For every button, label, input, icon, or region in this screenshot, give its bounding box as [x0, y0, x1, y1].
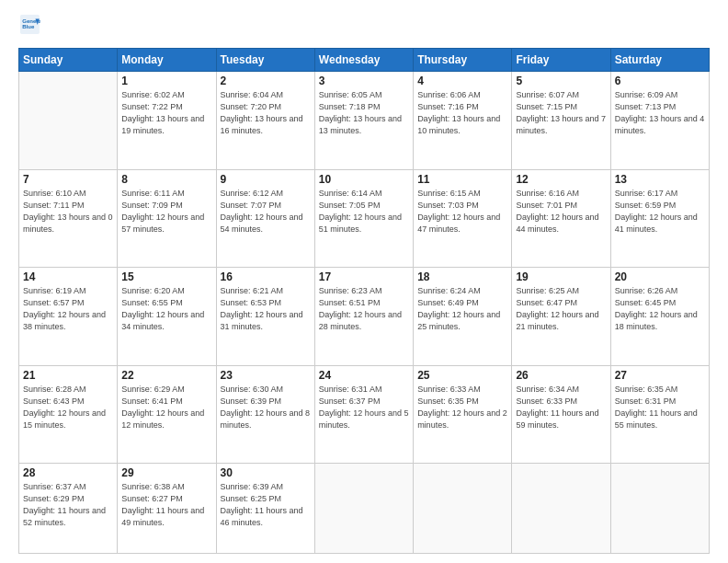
day-number: 3: [319, 75, 409, 87]
calendar-cell: 9Sunrise: 6:12 AMSunset: 7:07 PMDaylight…: [216, 169, 314, 268]
weekday-header: Wednesday: [314, 49, 413, 72]
day-info: Sunrise: 6:34 AMSunset: 6:33 PMDaylight:…: [516, 384, 606, 431]
calendar-cell: [512, 464, 610, 554]
day-info: Sunrise: 6:26 AMSunset: 6:45 PMDaylight:…: [615, 285, 705, 333]
day-info: Sunrise: 6:04 AMSunset: 7:20 PMDaylight:…: [221, 89, 311, 137]
calendar-cell: 27Sunrise: 6:35 AMSunset: 6:31 PMDayligh…: [610, 365, 709, 464]
day-number: 7: [23, 173, 113, 186]
calendar-week-row: 28Sunrise: 6:37 AMSunset: 6:29 PMDayligh…: [19, 464, 710, 554]
calendar-cell: 20Sunrise: 6:26 AMSunset: 6:45 PMDayligh…: [610, 268, 709, 366]
day-number: 29: [121, 466, 211, 479]
day-number: 8: [121, 173, 211, 186]
calendar-cell: 25Sunrise: 6:33 AMSunset: 6:35 PMDayligh…: [414, 365, 512, 464]
calendar-cell: 10Sunrise: 6:14 AMSunset: 7:05 PMDayligh…: [314, 169, 413, 268]
calendar-cell: 16Sunrise: 6:21 AMSunset: 6:53 PMDayligh…: [216, 268, 314, 366]
day-number: 20: [615, 270, 705, 283]
calendar-cell: 19Sunrise: 6:25 AMSunset: 6:47 PMDayligh…: [512, 268, 610, 366]
calendar-week-row: 7Sunrise: 6:10 AMSunset: 7:11 PMDaylight…: [19, 169, 710, 268]
calendar-cell: 29Sunrise: 6:38 AMSunset: 6:27 PMDayligh…: [118, 464, 216, 554]
day-number: 27: [615, 369, 705, 382]
day-number: 26: [516, 369, 606, 382]
calendar-cell: 7Sunrise: 6:10 AMSunset: 7:11 PMDaylight…: [19, 169, 118, 268]
day-number: 25: [417, 369, 507, 382]
calendar-cell: 4Sunrise: 6:06 AMSunset: 7:16 PMDaylight…: [414, 72, 512, 170]
day-info: Sunrise: 6:11 AMSunset: 7:09 PMDaylight:…: [121, 188, 211, 236]
day-info: Sunrise: 6:28 AMSunset: 6:43 PMDaylight:…: [23, 384, 113, 431]
page: General Blue SundayMondayTuesdayWednesda…: [0, 0, 728, 563]
calendar-table: SundayMondayTuesdayWednesdayThursdayFrid…: [18, 48, 710, 554]
day-number: 2: [221, 75, 311, 87]
day-number: 21: [23, 369, 113, 382]
day-number: 5: [516, 75, 606, 87]
day-number: 14: [23, 270, 113, 283]
calendar-cell: 15Sunrise: 6:20 AMSunset: 6:55 PMDayligh…: [118, 268, 216, 366]
day-info: Sunrise: 6:21 AMSunset: 6:53 PMDaylight:…: [221, 285, 311, 333]
weekday-header: Saturday: [610, 49, 709, 72]
calendar-cell: 13Sunrise: 6:17 AMSunset: 6:59 PMDayligh…: [610, 169, 709, 268]
day-number: 6: [615, 75, 705, 87]
day-info: Sunrise: 6:06 AMSunset: 7:16 PMDaylight:…: [417, 89, 507, 137]
calendar-cell: 8Sunrise: 6:11 AMSunset: 7:09 PMDaylight…: [118, 169, 216, 268]
day-info: Sunrise: 6:15 AMSunset: 7:03 PMDaylight:…: [417, 188, 507, 236]
calendar-cell: 24Sunrise: 6:31 AMSunset: 6:37 PMDayligh…: [314, 365, 413, 464]
day-info: Sunrise: 6:35 AMSunset: 6:31 PMDaylight:…: [615, 384, 705, 431]
day-number: 22: [121, 369, 211, 382]
day-info: Sunrise: 6:24 AMSunset: 6:49 PMDaylight:…: [417, 285, 507, 333]
day-info: Sunrise: 6:31 AMSunset: 6:37 PMDaylight:…: [319, 384, 409, 431]
day-number: 4: [417, 75, 507, 87]
weekday-header: Thursday: [414, 49, 512, 72]
calendar-cell: 2Sunrise: 6:04 AMSunset: 7:20 PMDaylight…: [216, 72, 314, 170]
calendar-cell: 17Sunrise: 6:23 AMSunset: 6:51 PMDayligh…: [314, 268, 413, 366]
day-info: Sunrise: 6:23 AMSunset: 6:51 PMDaylight:…: [319, 285, 409, 333]
day-number: 1: [121, 75, 211, 87]
calendar-cell: 5Sunrise: 6:07 AMSunset: 7:15 PMDaylight…: [512, 72, 610, 170]
day-number: 10: [319, 173, 409, 186]
calendar-cell: [610, 464, 709, 554]
day-number: 28: [23, 466, 113, 479]
day-number: 9: [221, 173, 311, 186]
logo: General Blue: [18, 15, 40, 39]
calendar-week-row: 1Sunrise: 6:02 AMSunset: 7:22 PMDaylight…: [19, 72, 710, 170]
calendar-cell: 12Sunrise: 6:16 AMSunset: 7:01 PMDayligh…: [512, 169, 610, 268]
calendar-cell: 3Sunrise: 6:05 AMSunset: 7:18 PMDaylight…: [314, 72, 413, 170]
calendar-cell: [414, 464, 512, 554]
day-number: 19: [516, 270, 606, 283]
calendar-cell: 30Sunrise: 6:39 AMSunset: 6:25 PMDayligh…: [216, 464, 314, 554]
weekday-header: Tuesday: [216, 49, 314, 72]
calendar-cell: 21Sunrise: 6:28 AMSunset: 6:43 PMDayligh…: [19, 365, 118, 464]
day-number: 15: [121, 270, 211, 283]
weekday-header: Friday: [512, 49, 610, 72]
day-info: Sunrise: 6:17 AMSunset: 6:59 PMDaylight:…: [615, 188, 705, 236]
day-number: 18: [417, 270, 507, 283]
weekday-header: Sunday: [19, 49, 118, 72]
day-info: Sunrise: 6:30 AMSunset: 6:39 PMDaylight:…: [221, 384, 311, 431]
day-info: Sunrise: 6:39 AMSunset: 6:25 PMDaylight:…: [221, 481, 311, 529]
day-info: Sunrise: 6:02 AMSunset: 7:22 PMDaylight:…: [121, 89, 211, 137]
header: General Blue: [18, 15, 710, 39]
day-info: Sunrise: 6:12 AMSunset: 7:07 PMDaylight:…: [221, 188, 311, 236]
calendar-cell: [314, 464, 413, 554]
day-number: 12: [516, 173, 606, 186]
weekday-header: Monday: [118, 49, 216, 72]
calendar-week-row: 14Sunrise: 6:19 AMSunset: 6:57 PMDayligh…: [19, 268, 710, 366]
day-info: Sunrise: 6:14 AMSunset: 7:05 PMDaylight:…: [319, 188, 409, 236]
day-info: Sunrise: 6:29 AMSunset: 6:41 PMDaylight:…: [121, 384, 211, 431]
calendar-week-row: 21Sunrise: 6:28 AMSunset: 6:43 PMDayligh…: [19, 365, 710, 464]
calendar-header-row: SundayMondayTuesdayWednesdayThursdayFrid…: [19, 49, 710, 72]
calendar-cell: 26Sunrise: 6:34 AMSunset: 6:33 PMDayligh…: [512, 365, 610, 464]
calendar-cell: 18Sunrise: 6:24 AMSunset: 6:49 PMDayligh…: [414, 268, 512, 366]
calendar-cell: 11Sunrise: 6:15 AMSunset: 7:03 PMDayligh…: [414, 169, 512, 268]
day-info: Sunrise: 6:10 AMSunset: 7:11 PMDaylight:…: [23, 188, 113, 236]
day-info: Sunrise: 6:09 AMSunset: 7:13 PMDaylight:…: [615, 89, 705, 137]
calendar-cell: [19, 72, 118, 170]
day-number: 23: [221, 369, 311, 382]
calendar-cell: 6Sunrise: 6:09 AMSunset: 7:13 PMDaylight…: [610, 72, 709, 170]
day-info: Sunrise: 6:05 AMSunset: 7:18 PMDaylight:…: [319, 89, 409, 137]
day-number: 17: [319, 270, 409, 283]
day-number: 13: [615, 173, 705, 186]
day-info: Sunrise: 6:25 AMSunset: 6:47 PMDaylight:…: [516, 285, 606, 333]
day-info: Sunrise: 6:16 AMSunset: 7:01 PMDaylight:…: [516, 188, 606, 236]
day-info: Sunrise: 6:37 AMSunset: 6:29 PMDaylight:…: [23, 481, 113, 529]
day-number: 16: [221, 270, 311, 283]
day-info: Sunrise: 6:33 AMSunset: 6:35 PMDaylight:…: [417, 384, 507, 431]
